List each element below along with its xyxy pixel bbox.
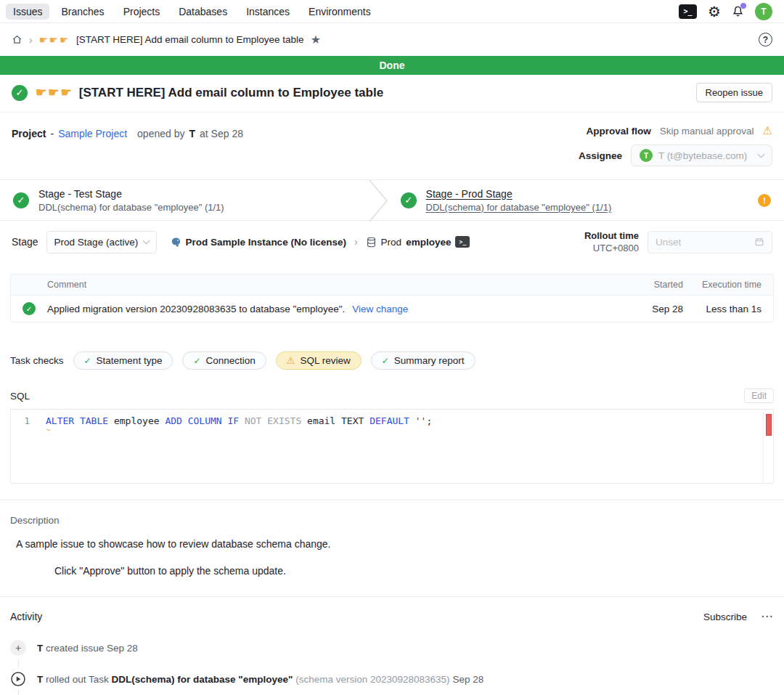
rollout-time-block: Rollout time UTC+0800 Unset xyxy=(584,230,772,253)
activity-actor: T xyxy=(37,674,43,685)
nav-tab-environments[interactable]: Environments xyxy=(301,4,378,20)
check-badge-summary-report[interactable]: ✓ Summary report xyxy=(371,351,475,370)
sql-token xyxy=(239,415,245,426)
stage-test-subtitle: DDL(schema) for database "employee" (1/1… xyxy=(38,202,224,213)
database-link[interactable]: Prod employee >_ xyxy=(366,236,470,248)
nav-tab-branches[interactable]: Branches xyxy=(54,4,111,20)
nav-tab-projects[interactable]: Projects xyxy=(116,4,168,20)
home-icon[interactable] xyxy=(12,34,23,45)
database-env: Prod xyxy=(381,237,402,248)
activity-action: rolled out Task xyxy=(43,674,111,685)
calendar-icon xyxy=(754,237,764,247)
project-label: Project xyxy=(12,128,46,139)
issue-page: Issues Branches Projects Databases Insta… xyxy=(0,0,784,695)
attention-badge[interactable]: ! xyxy=(758,194,771,207)
description-label: Description xyxy=(10,515,774,526)
nav-tab-databases[interactable]: Databases xyxy=(171,4,234,20)
stage-prod-subtitle[interactable]: DDL(schema) for database "employee" (1/1… xyxy=(426,202,612,213)
issue-title-row: ✓ ☛☛☛ [START HERE] Add email column to E… xyxy=(0,75,784,113)
stage-divider-chevron xyxy=(369,180,388,221)
created-icon: + xyxy=(10,640,26,656)
check-pass-icon: ✓ xyxy=(84,356,91,366)
chevron-down-icon xyxy=(142,237,150,244)
stage-test-title: Stage - Test Stage xyxy=(38,188,224,200)
opened-at: at Sep 28 xyxy=(200,128,243,139)
activity-header: Activity Subscribe ··· xyxy=(10,611,774,622)
approval-flow-row: Approval flow Skip manual approval ⚠ xyxy=(586,124,772,137)
sql-token: ADD COLUMN IF xyxy=(165,415,239,426)
pointer-emoji: ☛☛☛ xyxy=(39,34,70,46)
issue-meta: Project - Sample Project opened by T at … xyxy=(0,113,784,169)
badge-label: Summary report xyxy=(394,355,465,366)
check-badge-sql-review[interactable]: ⚠ SQL review xyxy=(276,351,362,370)
sql-editor[interactable]: 1 ALTER TABLE employee ADD COLUMN IF NOT… xyxy=(10,409,774,484)
more-options-icon[interactable]: ··· xyxy=(761,611,774,622)
rollout-play-icon xyxy=(10,671,26,687)
activity-actions: Subscribe ··· xyxy=(703,611,774,622)
subscribe-button[interactable]: Subscribe xyxy=(703,611,747,622)
check-badge-connection[interactable]: ✓ Connection xyxy=(182,351,266,370)
nav-tab-instances[interactable]: Instances xyxy=(239,4,297,20)
activity-item: + T created issue Sep 28 xyxy=(10,640,774,671)
sql-label: SQL xyxy=(10,391,30,402)
table-row[interactable]: ✓ Applied migration version 202309280836… xyxy=(11,295,773,322)
badge-label: SQL review xyxy=(300,355,350,366)
row-started: Sep 28 xyxy=(632,304,683,314)
check-pass-icon: ✓ xyxy=(382,356,389,366)
stage-select[interactable]: Prod Stage (active) xyxy=(46,231,157,253)
warning-icon: ⚠ xyxy=(763,124,772,137)
project-line: Project - Sample Project opened by T at … xyxy=(12,124,243,139)
check-pass-icon: ✓ xyxy=(193,356,200,366)
rollout-placeholder: Unset xyxy=(656,237,681,248)
check-badge-statement-type[interactable]: ✓ Statement type xyxy=(73,351,173,370)
nav-tab-issues[interactable]: Issues xyxy=(6,4,49,20)
stage-prod[interactable]: ✓ Stage - Prod Stage DDL(schema) for dat… xyxy=(388,180,784,220)
activity-target: DDL(schema) for database "employee" xyxy=(112,674,293,685)
avatar[interactable]: T xyxy=(755,3,772,20)
stage-select-value: Prod Stage (active) xyxy=(54,237,139,248)
bell-icon[interactable] xyxy=(732,5,744,17)
instance-link[interactable]: Prod Sample Instance (No license) xyxy=(171,237,346,248)
reopen-issue-button[interactable]: Reopen issue xyxy=(696,83,773,102)
activity-note: (schema version 20230928083635) xyxy=(293,674,449,685)
database-name: employee xyxy=(406,237,451,248)
badge-label: Connection xyxy=(205,355,255,366)
opener-name: T xyxy=(189,128,195,139)
assignee-select[interactable]: T T (t@bytebase.com) xyxy=(631,145,772,166)
sql-token xyxy=(409,415,415,426)
sql-token: ; xyxy=(426,415,432,426)
view-change-link[interactable]: View change xyxy=(352,304,408,314)
activity-date: Sep 28 xyxy=(452,674,483,685)
editor-overview-ruler[interactable] xyxy=(763,410,773,483)
open-in-sql-editor-icon[interactable]: >_ xyxy=(455,236,470,248)
top-nav: Issues Branches Projects Databases Insta… xyxy=(0,0,784,23)
stage-test[interactable]: ✓ Stage - Test Stage DDL(schema) for dat… xyxy=(0,180,369,220)
issue-title-text: [START HERE] Add email column to Employe… xyxy=(79,86,383,100)
gear-icon[interactable]: ⚙ xyxy=(708,4,721,19)
activity-section: Activity Subscribe ··· + T created issue… xyxy=(0,597,784,695)
line-number: 1 xyxy=(11,410,36,483)
stage-bar: Stage Prod Stage (active) Prod Sample In… xyxy=(0,221,784,262)
row-success-icon: ✓ xyxy=(23,302,36,315)
assignee-row: Assignee T T (t@bytebase.com) xyxy=(579,145,772,166)
header-comment: Comment xyxy=(47,280,632,290)
edit-sql-button[interactable]: Edit xyxy=(744,389,774,403)
sql-statement: ALTER TABLE employee ADD COLUMN IF NOT E… xyxy=(36,410,763,483)
approval-flow-label: Approval flow xyxy=(586,126,650,137)
ruler-error-mark xyxy=(766,414,772,436)
rollout-timezone: UTC+0800 xyxy=(584,243,639,253)
project-link[interactable]: Sample Project xyxy=(58,128,127,139)
task-checks-label: Task checks xyxy=(10,355,64,366)
task-checks: Task checks ✓ Statement type ✓ Connectio… xyxy=(10,351,774,370)
row-comment-text: Applied migration version 20230928083635… xyxy=(47,304,345,314)
breadcrumb: › ☛☛☛ [START HERE] Add email column to E… xyxy=(0,23,784,56)
help-icon[interactable]: ? xyxy=(759,33,772,46)
star-icon[interactable]: ★ xyxy=(311,33,321,46)
header-started: Started xyxy=(632,280,683,290)
sql-editor-icon[interactable]: >_ xyxy=(679,4,697,19)
database-icon xyxy=(366,237,377,248)
stage-prod-title[interactable]: Stage - Prod Stage xyxy=(426,188,612,200)
rollout-time-input[interactable]: Unset xyxy=(648,231,772,253)
done-check-icon: ✓ xyxy=(12,85,28,101)
stage-label: Stage xyxy=(12,236,38,248)
